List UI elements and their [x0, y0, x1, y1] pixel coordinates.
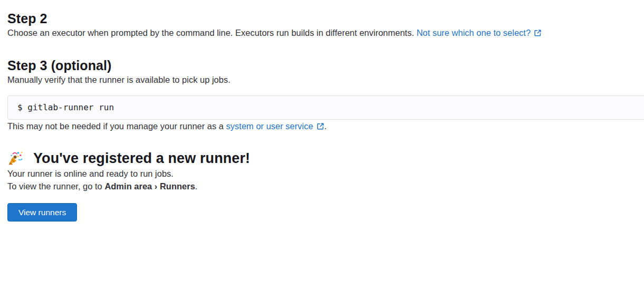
- view-runners-button[interactable]: View runners: [7, 203, 77, 222]
- step2-heading: Step 2: [7, 11, 644, 26]
- runner-location-instruction: To view the runner, go to Admin area › R…: [7, 180, 644, 193]
- success-description: Your runner is online and ready to run j…: [7, 167, 644, 180]
- command-code-block: $ gitlab-runner run: [7, 95, 644, 120]
- instruction-suffix: .: [195, 181, 198, 191]
- command-text: $ gitlab-runner run: [17, 102, 114, 112]
- party-popper-emoji-icon: [7, 150, 23, 166]
- admin-area-path: Admin area › Runners: [104, 181, 195, 191]
- runner-registration-page: Step 2 Choose an executor when prompted …: [0, 0, 644, 298]
- executor-help-link[interactable]: Not sure which one to select?: [417, 28, 542, 37]
- instruction-prefix: To view the runner, go to: [7, 181, 104, 191]
- step2-description-paragraph: Choose an executor when prompted by the …: [7, 26, 644, 40]
- service-link-label: system or user service: [226, 121, 313, 131]
- service-note-paragraph: This may not be needed if you manage you…: [7, 120, 644, 133]
- service-note-suffix: .: [324, 121, 327, 131]
- external-link-icon: [534, 27, 542, 40]
- step3-heading: Step 3 (optional): [7, 57, 644, 73]
- service-note-prefix: This may not be needed if you manage you…: [7, 121, 226, 131]
- external-link-icon: [316, 121, 324, 133]
- service-link[interactable]: system or user service: [226, 121, 324, 131]
- success-heading-text: You've registered a new runner!: [33, 149, 250, 167]
- step3-description: Manually verify that the runner is avail…: [7, 73, 644, 86]
- success-heading: You've registered a new runner!: [7, 149, 644, 167]
- executor-help-link-label: Not sure which one to select?: [417, 28, 531, 37]
- step2-description: Choose an executor when prompted by the …: [7, 28, 417, 37]
